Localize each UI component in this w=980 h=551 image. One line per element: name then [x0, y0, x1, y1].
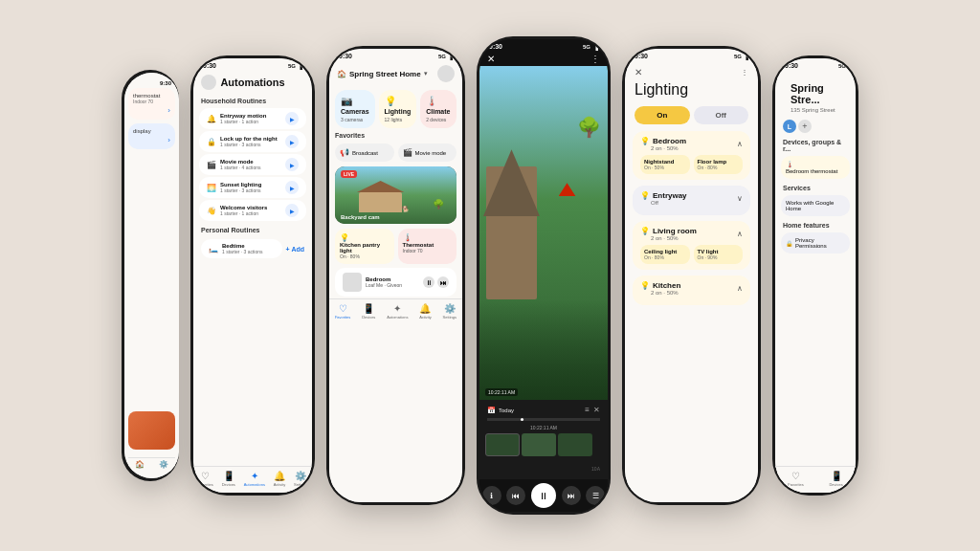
add-member-btn[interactable]: + — [798, 120, 812, 133]
living-expand-icon[interactable]: ∧ — [737, 230, 743, 238]
privacy-item-p6[interactable]: 🔒 Privacy Permissions — [781, 232, 850, 253]
thermostat-icon-p6: 🌡️ — [786, 161, 845, 168]
cameras-icon: 📷 — [341, 96, 369, 106]
toggle-on-btn[interactable]: On — [635, 106, 690, 124]
nav-activity-p3[interactable]: 🔔 Activity — [419, 303, 432, 320]
section-household: Household Routines — [193, 94, 312, 106]
scrubber-thumb — [521, 418, 523, 421]
auto-play-5[interactable]: ▶ — [285, 204, 299, 217]
nav-settings-p1[interactable]: ⚙️ — [159, 460, 168, 469]
nav-activity-p2[interactable]: 🔔 Activity — [274, 471, 286, 487]
nav-dev-p6[interactable]: 📱 Devices — [829, 471, 842, 487]
device-cards-p3: 📷 Cameras 3 cameras 💡 Lighting 12 lights… — [329, 86, 462, 132]
time-p4: 9:30 — [489, 43, 502, 50]
play-pause-p4[interactable]: ⏸ — [531, 483, 556, 508]
ceiling-light-status: On · 80% — [644, 254, 686, 260]
thermostat-arrow[interactable]: › — [133, 106, 170, 115]
nightstand-item[interactable]: Nightstand On · 50% — [640, 155, 690, 174]
movie-fav[interactable]: 🎬 Movie mode — [398, 143, 457, 162]
timeline-icon-2[interactable]: ✕ — [593, 406, 600, 414]
menu-dots-p4[interactable]: ⋮ — [590, 54, 600, 64]
close-icon-p4[interactable]: ✕ — [487, 54, 495, 64]
auto-play-1[interactable]: ▶ — [285, 112, 299, 125]
automation-lockup[interactable]: 🔒 Lock up for the night 1 starter · 3 ac… — [199, 131, 306, 152]
auto-sub-1: 1 starter · 1 action — [220, 119, 266, 124]
automation-movie[interactable]: 🎬 Movie mode 1 starter · 4 actions ▶ — [199, 154, 306, 175]
broadcast-icon: 📢 — [340, 148, 349, 157]
climate-card[interactable]: 🌡️ Climate 2 devices — [420, 90, 457, 128]
home-icon-p3: 🏠 — [337, 70, 346, 78]
nav-devices-p2[interactable]: 📱 Devices — [222, 471, 235, 487]
auto-sub-6: 1 starter · 3 actions — [222, 249, 263, 254]
on-off-toggle: On Off — [625, 102, 758, 128]
camera-preview-p3[interactable]: 🌳 🐕 LIVE Backyard cam — [335, 166, 457, 224]
automation-bedtime[interactable]: 🛏️ Bedtime 1 starter · 3 actions — [201, 239, 282, 258]
google-home-item-p6[interactable]: Works with Google Home — [781, 195, 850, 216]
nav-activity-icon-p2: 🔔 — [274, 471, 285, 481]
auto-sub-4: 1 starter · 3 actions — [220, 187, 261, 193]
scrubber-bar[interactable] — [487, 418, 600, 421]
entryway-group-name: Entryway — [653, 191, 687, 200]
climate-icon: 🌡️ — [426, 96, 451, 106]
close-icon-p5[interactable]: ✕ — [635, 67, 642, 77]
kitchen-sub: On · 80% — [340, 253, 390, 259]
garden-shadow — [479, 299, 608, 400]
nav-auto-p3[interactable]: ✦ Automations — [387, 303, 408, 320]
nav-devices-p3[interactable]: 📱 Devices — [362, 303, 375, 320]
bedroom-expand-icon[interactable]: ∧ — [737, 140, 743, 148]
auto-play-2[interactable]: ▶ — [285, 135, 299, 148]
display-arrow[interactable]: › — [133, 136, 170, 144]
auto-play-3[interactable]: ▶ — [285, 158, 299, 171]
nav-automations-p2[interactable]: ✦ Automations — [244, 471, 265, 487]
lighting-icon: 💡 — [385, 96, 412, 106]
thermostat-sub-p3: Indoor 70 — [403, 248, 453, 253]
thermostat-sub: Indoor 70 — [133, 99, 170, 104]
status-bar-p6: 9:30 5G — [775, 58, 856, 71]
kitchen-expand-icon[interactable]: ∧ — [737, 284, 743, 293]
status-bar-p5: 9:30 5G ▐ — [625, 49, 758, 61]
pause-btn[interactable]: ⏸ — [423, 276, 434, 288]
add-button-p2[interactable]: + Add — [286, 246, 304, 253]
movie-label: Movie mode — [415, 150, 447, 156]
nav-fav-p6[interactable]: ♡ Favorites — [788, 471, 803, 487]
lighting-card[interactable]: 💡 Lighting 12 lights — [379, 90, 417, 128]
entryway-expand-icon[interactable]: ∨ — [737, 194, 743, 203]
cameras-card[interactable]: 📷 Cameras 3 cameras — [335, 90, 375, 128]
next-btn[interactable]: ⏭ — [437, 276, 449, 288]
chevron-p3: ▾ — [424, 70, 428, 77]
automation-visitors[interactable]: 👋 Welcome visitors 1 starter · 1 action … — [199, 200, 306, 221]
automation-sunset[interactable]: 🌅 Sunset lighting 1 starter · 3 actions … — [199, 177, 306, 198]
nav-settings-p2[interactable]: ⚙️ Settings — [294, 471, 307, 487]
bedroom-light-items: Nightstand On · 50% Floor lamp On · 80% — [640, 155, 743, 174]
nav-favorites-p3[interactable]: ♡ Favorites — [335, 303, 350, 320]
thermostat-card-p3[interactable]: 🌡️ Thermostat Indoor 70 — [398, 229, 457, 264]
kitchen-card[interactable]: 💡 Kitchen pantry light On · 80% — [335, 229, 394, 264]
ceiling-light-item[interactable]: Ceiling light On · 80% — [640, 245, 690, 264]
floor-lamp-item[interactable]: Floor lamp On · 80% — [694, 155, 744, 174]
nav-favorites-p2[interactable]: ♡ Favorites — [197, 471, 212, 487]
prev-btn-p4[interactable]: ⏮ — [506, 486, 525, 505]
auto-play-4[interactable]: ▶ — [285, 181, 299, 194]
timeline-icon-1[interactable]: ≡ — [585, 406, 590, 414]
date-label-p4: Today — [499, 408, 514, 413]
bedroom-thermostat-p6[interactable]: 🌡️ Bedroom thermostat — [781, 156, 850, 179]
timeline-section: 📅 Today ≡ ✕ 10:22:11 AM — [479, 400, 608, 479]
nav-bar-p2: ♡ Favorites 📱 Devices ✦ Automations 🔔 Ac… — [193, 466, 312, 493]
thumb-2[interactable] — [522, 433, 556, 456]
devices-section-p6: Devices, groups & r... — [775, 135, 856, 154]
info-btn-p4[interactable]: ℹ — [482, 486, 501, 505]
nav-settings-p3[interactable]: ⚙️ Settings — [443, 303, 457, 320]
toggle-off-btn[interactable]: Off — [694, 106, 749, 124]
menu-btn-p4[interactable]: ☰ — [586, 486, 605, 505]
tv-light-item[interactable]: TV light On · 90% — [694, 245, 744, 264]
automation-entryway[interactable]: 🔔 Entryway motion 1 starter · 1 action ▶ — [199, 108, 306, 129]
movie-icon: 🎬 — [403, 148, 412, 157]
thumb-1[interactable] — [485, 433, 520, 456]
next-btn-p4[interactable]: ⏭ — [562, 486, 581, 505]
more-icon-p5[interactable]: ⋮ — [741, 68, 748, 77]
nav-home-p1[interactable]: 🏠 — [135, 460, 145, 469]
thumb-3[interactable] — [558, 433, 592, 456]
living-light-items: Ceiling light On · 80% TV light On · 90% — [640, 245, 743, 264]
broadcast-fav[interactable]: 📢 Broadcast — [335, 143, 394, 162]
info-cards-p3: 💡 Kitchen pantry light On · 80% 🌡️ Therm… — [329, 227, 462, 266]
